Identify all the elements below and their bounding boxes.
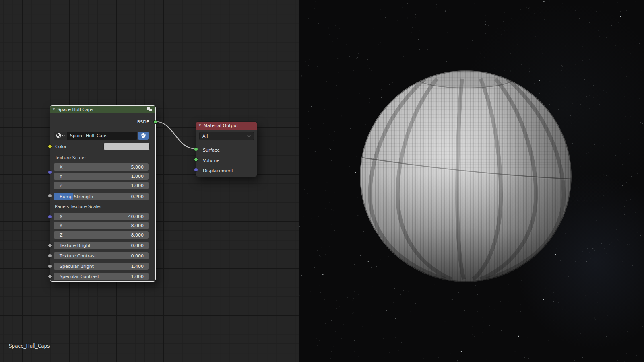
socket-displacement-input[interactable] bbox=[194, 168, 198, 172]
socket-bump-strength-input[interactable] bbox=[48, 194, 52, 198]
output-row-bsdf: BSDF bbox=[137, 118, 149, 125]
shield-check-icon bbox=[141, 133, 146, 138]
param-texture-scale-x[interactable]: X 5.000 bbox=[54, 163, 149, 171]
node-material-output[interactable]: ▼ Material Output All Surface Volume Dis… bbox=[196, 121, 257, 177]
socket-color-input[interactable] bbox=[48, 144, 52, 148]
socket-specular-bright-input[interactable] bbox=[48, 264, 52, 268]
link-bsdf-to-surface bbox=[155, 121, 196, 149]
socket-texture-scale-input[interactable] bbox=[48, 170, 52, 174]
chevron-down-icon bbox=[247, 135, 251, 137]
param-texture-scale-y[interactable]: Y 1.000 bbox=[54, 173, 149, 180]
target-value: All bbox=[202, 134, 208, 139]
param-texture-bright[interactable]: Texture Bright 0.000 bbox=[54, 242, 149, 249]
input-row-surface: Surface bbox=[203, 146, 220, 154]
socket-volume-input[interactable] bbox=[194, 158, 198, 162]
node-header[interactable]: ▼ Space Hull Caps bbox=[50, 106, 155, 113]
socket-specular-contrast-input[interactable] bbox=[48, 274, 52, 278]
param-panels-scale-z[interactable]: Z 8.000 bbox=[54, 231, 149, 239]
render-preview-panel bbox=[299, 0, 644, 362]
node-title: Material Output bbox=[203, 123, 254, 128]
node-title: Space Hull Caps bbox=[57, 107, 144, 112]
section-texture-scale: Texture Scale: bbox=[55, 155, 86, 161]
shader-node-editor[interactable]: ▼ Space Hull Caps BSDF bbox=[0, 0, 299, 362]
socket-panels-scale-input[interactable] bbox=[48, 215, 52, 219]
param-specular-contrast[interactable]: Specular Contrast 1.000 bbox=[54, 273, 149, 280]
color-swatch-button[interactable] bbox=[103, 143, 150, 150]
input-row-displacement: Displacement bbox=[203, 167, 233, 175]
param-bump-strength[interactable]: Bump Strength 0.200 bbox=[54, 193, 149, 200]
param-texture-scale-z[interactable]: Z 1.000 bbox=[54, 182, 149, 189]
input-row-color: Color bbox=[55, 143, 151, 150]
input-row-volume: Volume bbox=[203, 156, 219, 165]
node-group-selector: Space_Hull_Caps bbox=[54, 132, 149, 140]
socket-bsdf-output[interactable] bbox=[153, 120, 157, 124]
render-result-image bbox=[299, 0, 644, 362]
node-header[interactable]: ▼ Material Output bbox=[196, 122, 257, 130]
color-label: Color bbox=[55, 144, 67, 149]
fake-user-shield-button[interactable] bbox=[138, 132, 149, 140]
socket-texture-bright-input[interactable] bbox=[48, 243, 52, 247]
node-space-hull-caps[interactable]: ▼ Space Hull Caps BSDF bbox=[50, 105, 156, 282]
node-group-name-field[interactable]: Space_Hull_Caps bbox=[67, 132, 137, 140]
chevron-down-icon bbox=[62, 135, 65, 137]
param-specular-bright[interactable]: Specular Bright 1.400 bbox=[54, 263, 149, 270]
collapse-triangle-icon[interactable]: ▼ bbox=[53, 108, 55, 111]
nodetree-dropdown-button[interactable] bbox=[54, 132, 67, 140]
socket-texture-contrast-input[interactable] bbox=[48, 254, 52, 258]
target-dropdown[interactable]: All bbox=[199, 132, 254, 140]
blender-window: ▼ Space Hull Caps BSDF bbox=[0, 0, 644, 362]
breadcrumb: Space_Hull_Caps bbox=[9, 343, 50, 349]
section-panels-texture-scale: Panels Texture Scale: bbox=[55, 204, 101, 210]
output-label: BSDF bbox=[137, 119, 149, 125]
param-panels-scale-x[interactable]: X 40.000 bbox=[54, 213, 149, 220]
collapse-triangle-icon[interactable]: ▼ bbox=[199, 124, 201, 127]
material-icon bbox=[56, 133, 62, 138]
param-texture-contrast[interactable]: Texture Contrast 0.000 bbox=[54, 252, 149, 259]
param-panels-scale-y[interactable]: Y 8.000 bbox=[54, 222, 149, 229]
socket-surface-input[interactable] bbox=[194, 147, 198, 151]
node-group-icon bbox=[146, 107, 153, 112]
